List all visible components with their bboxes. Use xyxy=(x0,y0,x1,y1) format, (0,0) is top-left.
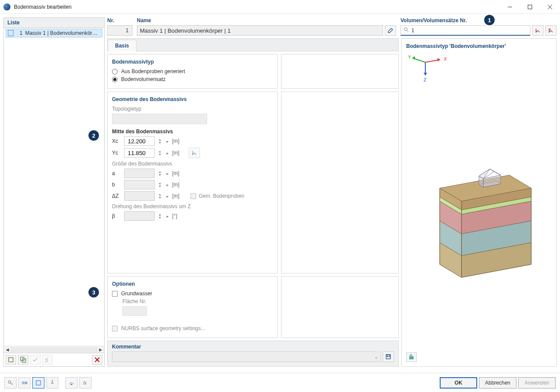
beta-spinner: ▲▼ xyxy=(157,211,163,221)
topology-label: Topologietyp xyxy=(112,106,273,112)
xc-spinner[interactable]: ▲▼ xyxy=(157,136,163,146)
svg-text:Z: Z xyxy=(424,77,427,82)
svg-marker-11 xyxy=(412,56,415,60)
tab-strip: Basis xyxy=(107,38,399,51)
chevron-down-icon: ⌄ xyxy=(374,355,378,359)
axis-gizmo: X Y Z xyxy=(406,53,552,83)
yc-input[interactable] xyxy=(124,148,155,158)
gem-checkbox xyxy=(190,193,196,199)
list-hscrollbar[interactable]: ◄ ► xyxy=(4,346,104,353)
preview-tool-button[interactable] xyxy=(406,352,417,362)
list-body[interactable]: 1 Massiv 1 | Bodenvolumenkörper | 1 xyxy=(4,28,104,346)
xc-step-icon[interactable]: ▸ xyxy=(165,139,170,144)
window-maximize-button[interactable] xyxy=(520,0,540,14)
delete-button[interactable] xyxy=(92,355,102,365)
aux-tool-1-icon[interactable] xyxy=(65,377,78,389)
pick-point-button[interactable] xyxy=(189,148,200,158)
copy-button[interactable] xyxy=(18,355,28,365)
window-close-button[interactable] xyxy=(540,0,560,14)
b-spinner: ▲▼ xyxy=(157,180,163,189)
svg-rect-37 xyxy=(36,381,41,385)
unit-m: [m] xyxy=(172,150,181,156)
groundwater-label: Grundwasser xyxy=(121,291,152,297)
list-item-number: 1 xyxy=(16,30,23,36)
groundwater-checkbox[interactable] xyxy=(112,291,118,297)
a-input xyxy=(124,169,155,178)
nr-label: Nr. xyxy=(107,17,132,24)
check-button xyxy=(30,355,41,365)
rotation-label: Drehung des Bodenmassivs um Z xyxy=(112,203,273,210)
type-section-title: Bodenmassivtyp xyxy=(112,59,273,65)
b-step-icon: ▸ xyxy=(165,182,170,187)
yc-spinner[interactable]: ▲▼ xyxy=(157,148,163,158)
comment-combo[interactable]: ⌄ xyxy=(112,351,381,362)
model-tool-icon[interactable] xyxy=(46,377,58,389)
name-input[interactable] xyxy=(137,25,383,36)
pick-single-button[interactable] xyxy=(532,25,543,36)
radio-volume-set[interactable]: Bodenvolumensatz xyxy=(112,76,273,82)
search-icon xyxy=(404,27,409,34)
beta-label: β xyxy=(112,213,122,219)
list-header: Liste xyxy=(4,18,104,28)
scroll-track[interactable] xyxy=(11,347,97,352)
nurbs-label: NURBS surface geometry settings... xyxy=(121,325,205,331)
svg-rect-0 xyxy=(528,5,532,9)
b-label: b xyxy=(112,182,122,188)
xc-input[interactable] xyxy=(124,136,155,146)
radio-samples[interactable]: Aus Bodenproben generiert xyxy=(112,68,273,74)
callout-1: 1 xyxy=(484,15,495,25)
edit-name-button[interactable] xyxy=(385,25,396,36)
svg-rect-39 xyxy=(71,384,72,385)
svg-rect-6 xyxy=(387,355,390,357)
side-panel-top xyxy=(281,54,399,89)
pick-multi-button[interactable] xyxy=(545,25,557,36)
volume-input[interactable]: 1 xyxy=(400,25,530,36)
type-panel: Bodenmassivtyp Aus Bodenproben generiert… xyxy=(107,54,278,89)
svg-marker-14 xyxy=(424,73,427,75)
scroll-left-icon[interactable]: ◄ xyxy=(4,346,11,353)
aux-tool-2-icon[interactable]: fx xyxy=(79,377,92,389)
tab-basis[interactable]: Basis xyxy=(108,40,136,51)
soil-3d-icon[interactable] xyxy=(406,83,552,350)
radio-samples-label: Aus Bodenproben generiert xyxy=(121,68,185,74)
nurbs-checkbox xyxy=(112,326,118,331)
new-button[interactable] xyxy=(6,355,16,365)
apply-button[interactable]: Anwenden xyxy=(518,377,556,389)
center-label: Mitte des Bodenmassivs xyxy=(112,128,273,135)
header-row: Nr. 1 Name Volumen/Volumensätze Nr. 1 xyxy=(107,17,557,36)
nr-input[interactable]: 1 xyxy=(107,25,132,36)
view-tool-icon[interactable] xyxy=(32,377,44,389)
radio-icon xyxy=(112,69,118,74)
dz-input xyxy=(124,191,155,201)
side-panel-mid xyxy=(281,91,399,274)
app-icon xyxy=(3,3,10,10)
area-input xyxy=(122,306,147,316)
a-label: a xyxy=(112,170,122,176)
radio-icon xyxy=(112,77,118,82)
check-all-button xyxy=(42,355,53,365)
key-tool-icon[interactable] xyxy=(4,377,17,389)
unit-m: [m] xyxy=(172,170,181,176)
window-title: Bodenmassiv bearbeiten xyxy=(14,4,500,10)
units-tool-icon[interactable]: 0.00 xyxy=(18,377,31,389)
dz-step-icon: ▸ xyxy=(165,194,170,199)
comment-save-button[interactable] xyxy=(383,351,394,362)
list-item[interactable]: 1 Massiv 1 | Bodenvolumenkörper | 1 xyxy=(6,29,102,37)
window-minimize-button[interactable] xyxy=(500,0,520,14)
bottom-bar: 0.00 fx OK Abbrechen Anwenden xyxy=(0,373,560,392)
ok-button[interactable]: OK xyxy=(440,377,477,389)
volume-value: 1 xyxy=(411,27,414,34)
unit-m: [m] xyxy=(172,182,181,188)
svg-point-4 xyxy=(404,28,407,31)
yc-step-icon[interactable]: ▸ xyxy=(165,151,170,155)
cancel-button[interactable]: Abbrechen xyxy=(479,377,516,389)
a-spinner: ▲▼ xyxy=(157,169,163,178)
list-item-label: Massiv 1 | Bodenvolumenkörper | 1 xyxy=(25,30,100,36)
topology-combo[interactable] xyxy=(112,114,207,124)
comment-section-title: Kommentar xyxy=(112,344,394,350)
scroll-right-icon[interactable]: ► xyxy=(97,346,104,353)
list-panel: Liste 1 Massiv 1 | Bodenvolumenkörper | … xyxy=(3,17,105,367)
preview-title: Bodenmassivtyp 'Bodenvolumenkörper' xyxy=(406,43,552,49)
titlebar: Bodenmassiv bearbeiten xyxy=(0,0,560,14)
unit-m: [m] xyxy=(172,193,181,199)
